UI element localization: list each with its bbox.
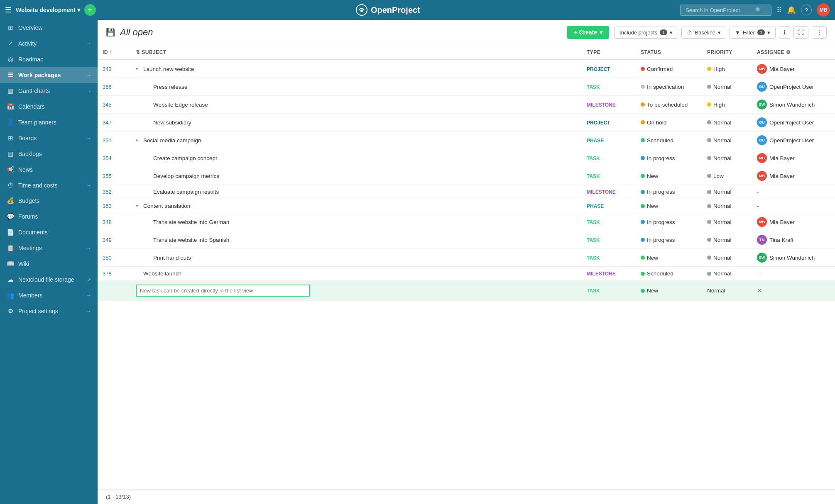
status-dot-350: [641, 256, 645, 260]
sidebar-item-meetings[interactable]: 📋 Meetings →: [0, 240, 98, 256]
assignee-name-343: Mia Bayer: [769, 66, 795, 72]
priority-text-356: Normal: [713, 84, 732, 90]
sidebar-item-boards[interactable]: ⊞ Boards →: [0, 130, 98, 146]
priority-text-347: Normal: [713, 119, 732, 126]
project-name[interactable]: Website development ▾: [16, 7, 80, 13]
sidebar-item-members[interactable]: 👥 Members →: [0, 287, 98, 303]
help-icon[interactable]: ?: [801, 5, 812, 15]
sidebar-label-overview: Overview: [18, 24, 91, 31]
cell-subject-353: ▾ Content translation: [131, 199, 582, 213]
status-text-356: In specification: [647, 84, 684, 90]
cell-status-350: New: [636, 249, 702, 267]
type-badge-350: TASK: [587, 255, 600, 261]
priority-dot-348: [707, 220, 711, 224]
sidebar-item-work-packages[interactable]: ☰ Work packages →: [0, 67, 98, 83]
cell-type-350: TASK: [582, 249, 636, 267]
search-input[interactable]: [686, 7, 752, 13]
priority-dot-353: [707, 204, 711, 208]
id-link-351[interactable]: 351: [103, 137, 112, 144]
col-status[interactable]: STATUS: [636, 45, 702, 60]
fullscreen-button[interactable]: ⛶: [793, 26, 808, 39]
sidebar-item-wiki[interactable]: 📖 Wiki: [0, 256, 98, 272]
status-dot-348: [641, 220, 645, 224]
priority-text-348: Normal: [713, 219, 732, 225]
hamburger-menu-icon[interactable]: ☰: [5, 5, 12, 15]
status-dot-353: [641, 204, 645, 208]
user-avatar[interactable]: MB: [817, 3, 830, 17]
id-link-348[interactable]: 348: [103, 219, 112, 225]
sidebar-item-calendars[interactable]: 📅 Calendars: [0, 99, 98, 114]
baseline-button[interactable]: ⏱ Baseline ▾: [681, 27, 726, 39]
cell-priority-347: Normal: [702, 114, 752, 131]
id-link-355[interactable]: 355: [103, 173, 112, 179]
sidebar-item-team-planners[interactable]: 👤 Team planners: [0, 114, 98, 130]
col-type[interactable]: TYPE: [582, 45, 636, 60]
sidebar-label-forums: Forums: [18, 213, 91, 220]
cell-status-343: Confirmed: [636, 60, 702, 78]
collapse-btn-343[interactable]: ▾: [136, 66, 142, 72]
forums-icon: 💬: [7, 213, 14, 220]
notifications-icon[interactable]: 🔔: [787, 5, 796, 15]
id-link-352[interactable]: 352: [103, 189, 112, 195]
col-id[interactable]: ID ↑: [98, 45, 131, 60]
id-link-345[interactable]: 345: [103, 102, 112, 108]
sidebar-item-time-costs[interactable]: ⏱ Time and costs →: [0, 178, 98, 193]
meetings-icon: 📋: [7, 244, 14, 252]
priority-dot-352: [707, 190, 711, 194]
more-options-button[interactable]: ⋮: [812, 26, 827, 39]
sidebar-item-backlogs[interactable]: ▤ Backlogs: [0, 146, 98, 162]
sidebar-item-project-settings[interactable]: ⚙ Project settings →: [0, 303, 98, 319]
col-assignee[interactable]: ASSIGNEE ⚙: [752, 45, 835, 60]
id-link-343[interactable]: 343: [103, 66, 112, 72]
col-priority[interactable]: PRIORITY: [702, 45, 752, 60]
sidebar-item-overview[interactable]: ⊞ Overview: [0, 20, 98, 36]
collapse-btn-351[interactable]: ▾: [136, 138, 142, 143]
sidebar-item-documents[interactable]: 📄 Documents: [0, 224, 98, 240]
backlogs-icon: ▤: [7, 150, 14, 158]
save-view-icon[interactable]: 💾: [106, 28, 115, 37]
col-subject[interactable]: ⇅ SUBJECT: [131, 45, 582, 60]
id-link-349[interactable]: 349: [103, 237, 112, 243]
quick-add-button[interactable]: +: [84, 4, 96, 16]
search-box[interactable]: 🔍: [680, 5, 771, 16]
sidebar-item-budgets[interactable]: 💰 Budgets: [0, 193, 98, 209]
cell-id-378: 378: [98, 267, 131, 281]
cell-id-347: 347: [98, 114, 131, 131]
subject-text-355: Develop campaign metrics: [153, 173, 219, 179]
grid-menu-icon[interactable]: ⠿: [776, 5, 782, 15]
collapse-btn-353[interactable]: ▾: [136, 203, 142, 209]
info-button[interactable]: ℹ: [779, 26, 790, 39]
id-link-350[interactable]: 350: [103, 255, 112, 261]
new-task-close-button[interactable]: ✕: [757, 287, 762, 294]
sidebar-item-roadmap[interactable]: ◎ Roadmap: [0, 51, 98, 67]
sidebar-item-forums[interactable]: 💬 Forums: [0, 209, 98, 224]
sidebar-item-nextcloud[interactable]: ☁ Nextcloud file storage ↗: [0, 272, 98, 287]
cell-id-351: 351: [98, 131, 131, 149]
sidebar-item-news[interactable]: 📢 News: [0, 162, 98, 178]
id-link-378[interactable]: 378: [103, 270, 112, 277]
id-link-356[interactable]: 356: [103, 84, 112, 90]
priority-text-352: Normal: [713, 189, 732, 195]
members-icon: 👥: [7, 292, 14, 299]
new-task-input[interactable]: [136, 285, 310, 297]
id-link-347[interactable]: 347: [103, 119, 112, 126]
include-projects-button[interactable]: Include projects 1 ▾: [614, 27, 678, 39]
cell-assignee-349: TK Tina Kraft: [752, 231, 835, 249]
subject-text-351: Social media campaign: [143, 137, 201, 144]
cell-priority-353: Normal: [702, 199, 752, 213]
svg-point-1: [360, 10, 363, 12]
filter-button[interactable]: ▼ Filter 1 ▾: [730, 27, 776, 39]
sidebar-item-activity[interactable]: ✓ Activity →: [0, 36, 98, 51]
column-settings-icon[interactable]: ⚙: [786, 49, 791, 55]
subject-text-353: Content translation: [143, 203, 190, 209]
create-button[interactable]: + Create ▾: [567, 26, 609, 39]
id-link-353[interactable]: 353: [103, 203, 112, 209]
filter-group: Include projects 1 ▾ ⏱ Baseline ▾ ▼ Filt…: [614, 26, 827, 39]
cell-type-356: TASK: [582, 78, 636, 96]
id-link-354[interactable]: 354: [103, 155, 112, 161]
cell-assignee-343: MB Mia Bayer: [752, 60, 835, 78]
priority-text-354: Normal: [713, 155, 732, 161]
sidebar-label-backlogs: Backlogs: [18, 151, 91, 157]
assignee-avatar-356: OU: [757, 82, 767, 92]
sidebar-item-gantt-charts[interactable]: ▦ Gantt charts →: [0, 83, 98, 99]
